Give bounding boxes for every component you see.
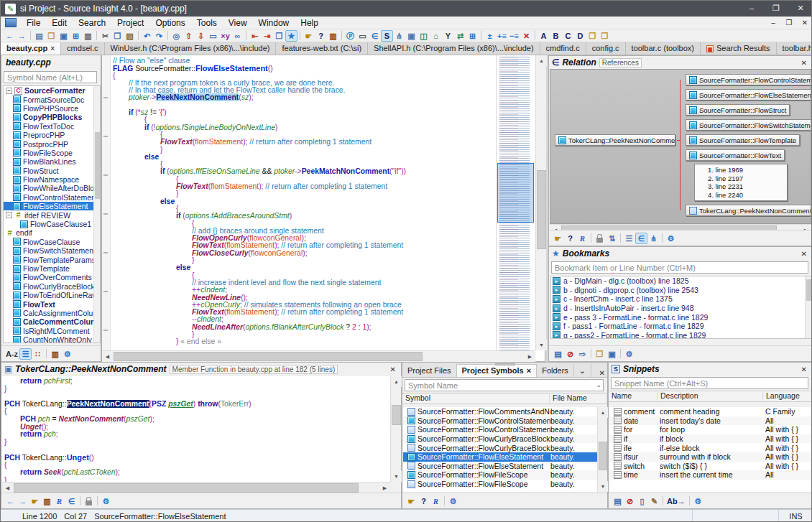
project-symbol-row[interactable]: SourceFormatter::FlowControlStatementbea… bbox=[403, 425, 597, 434]
expand-lines-icon[interactable]: +≡ bbox=[496, 30, 508, 42]
lookup-symbol-icon[interactable]: ◎ bbox=[170, 30, 183, 42]
search-files-icon[interactable]: ▭ bbox=[207, 30, 219, 42]
snippet-row[interactable]: ifeif-else blockAll with { } bbox=[609, 443, 812, 452]
menu-file[interactable]: File bbox=[21, 18, 46, 28]
group-by-type-icon[interactable]: ∷ bbox=[32, 348, 44, 360]
relation-node[interactable]: SourceFormatter::FlowSwitchStatement bbox=[686, 119, 811, 131]
symbol-list-scrollbar[interactable] bbox=[93, 86, 100, 342]
mdi-document-icon[interactable] bbox=[5, 18, 17, 27]
rename-snippet-icon[interactable]: Ab→ bbox=[665, 495, 687, 507]
mdi-restore-button[interactable]: ❐ bbox=[781, 19, 797, 27]
sort-alphabetic-icon[interactable]: A-z bbox=[4, 348, 19, 360]
style-b-icon[interactable]: B bbox=[550, 30, 562, 42]
project-symbol-row[interactable]: SourceFormatter::FlowFileScopebeauty. bbox=[403, 480, 597, 489]
symbol-item[interactable]: FlowToEndOfLineRaw bbox=[4, 291, 100, 299]
project-symbol-row[interactable]: SourceFormatter::FlowCurlyBraceBlockbeau… bbox=[403, 434, 597, 444]
symbol-item[interactable]: FlowTextToDoc bbox=[4, 122, 100, 131]
symbol-item[interactable]: PostprocPHP bbox=[4, 139, 100, 148]
context-help-icon[interactable]: ? bbox=[564, 233, 576, 244]
scroll-up-arrow[interactable]: ▲ bbox=[598, 407, 608, 418]
open-file-icon[interactable]: ❒ bbox=[45, 30, 57, 42]
add-remove-line-icon[interactable]: ± bbox=[484, 30, 496, 42]
symbol-item[interactable]: FlowControlStatement bbox=[4, 193, 100, 202]
settings-gear-icon[interactable]: ⚙ bbox=[623, 348, 635, 360]
help-hand-icon[interactable]: ☛ bbox=[303, 30, 315, 42]
relation-window-icon[interactable]: ∈ bbox=[65, 495, 78, 507]
copy-icon[interactable]: ❐ bbox=[111, 30, 124, 42]
file-tab-toolbar.c[interactable]: toolbar.c (toolbox) bbox=[626, 42, 701, 55]
snippet-row[interactable]: switchswitch ($i$) { }All with { } bbox=[609, 462, 812, 471]
jump-caller-icon[interactable]: ⇤ bbox=[249, 30, 261, 42]
style-a-icon[interactable]: A bbox=[538, 30, 550, 42]
bookmark-item[interactable]: ▸c - InsertChm - insert.c line 1375 bbox=[551, 294, 811, 304]
bookmark-list-scrollbar[interactable] bbox=[805, 276, 811, 338]
vertical-graph-view-icon[interactable]: ⋔ bbox=[647, 233, 660, 244]
forward-icon[interactable]: → bbox=[17, 495, 29, 507]
draft-view-icon[interactable]: ▭ bbox=[356, 30, 369, 42]
menu-project[interactable]: Project bbox=[111, 18, 149, 28]
open-bookmarks-icon[interactable]: ❒ bbox=[594, 348, 606, 360]
scroll-up-arrow[interactable]: ▲ bbox=[536, 55, 547, 66]
symbol-windows-icon[interactable]: Ⓟ bbox=[344, 30, 356, 42]
scroll-left-arrow[interactable]: ◀ bbox=[2, 483, 13, 493]
symbol-item[interactable]: FormatSourceDoc bbox=[4, 95, 100, 103]
settings-gear-icon[interactable]: ⚙ bbox=[100, 495, 112, 507]
symbol-item[interactable]: FlowWhileAfterDoBlock bbox=[4, 184, 100, 192]
symbol-item[interactable]: −#ifdef REVIEW bbox=[4, 210, 100, 219]
context-code[interactable]: return pchFirst;}PCH TokerCLang::PeekNex… bbox=[2, 376, 390, 482]
forward-icon[interactable]: → bbox=[16, 30, 28, 42]
project-symbol-row[interactable]: SourceFormatter::FlowFileScopebeauty. bbox=[403, 470, 597, 480]
symbol-item[interactable]: FlowElseStatement bbox=[4, 202, 100, 210]
undo-icon[interactable]: ↶ bbox=[141, 30, 153, 42]
editor-vertical-scrollbar[interactable]: ▲ ▼ bbox=[535, 55, 546, 350]
file-tab-beauty.cpp[interactable]: beauty.cpp× bbox=[1, 42, 61, 55]
tree-expander-icon[interactable]: − bbox=[6, 88, 12, 94]
refresh-icon[interactable]: ⇅ bbox=[606, 233, 618, 244]
panel-drag-handle[interactable] bbox=[495, 363, 515, 365]
reference-line-item[interactable]: 2. line 2197 bbox=[708, 174, 787, 183]
new-file-icon[interactable]: ▤ bbox=[33, 30, 45, 42]
bookmark-item[interactable]: ▸e - pass 3 - FormatLine - format.c line… bbox=[551, 312, 811, 322]
scroll-down-arrow[interactable]: ▼ bbox=[536, 340, 547, 350]
lock-icon[interactable] bbox=[594, 233, 606, 244]
style-c-icon[interactable]: C bbox=[562, 30, 574, 42]
reference-line-item[interactable]: 4. line 2240 bbox=[708, 191, 787, 200]
context-help-icon[interactable]: ? bbox=[315, 30, 327, 42]
project-vertical-scrollbar[interactable]: ▲ ▼ bbox=[597, 407, 607, 492]
symbol-item[interactable]: FlowFileScope bbox=[4, 149, 100, 157]
menu-edit[interactable]: Edit bbox=[46, 18, 73, 28]
project-symbol-row[interactable]: SourceFormatter::FlowCurlyBraceBlockbeau… bbox=[403, 443, 597, 452]
symbol-item[interactable]: FlowNamespace bbox=[4, 175, 100, 184]
relation-node[interactable]: SourceFormatter::FlowTemplate bbox=[686, 134, 800, 146]
symbol-item[interactable]: −CSourceFormatter bbox=[4, 86, 100, 95]
relation-root-node[interactable]: TokerCLang::PeekNextNonComment bbox=[555, 134, 675, 146]
documentation-icon[interactable]: ▥ bbox=[49, 348, 61, 360]
symbol-name-input[interactable] bbox=[4, 71, 97, 83]
goto-bookmark-icon[interactable]: ⇨ bbox=[576, 348, 589, 360]
snippet-row[interactable]: forfor loopAll with { } bbox=[609, 425, 812, 434]
close-icon[interactable]: ✕ bbox=[388, 365, 398, 373]
chevron-down-icon[interactable]: ⌄ bbox=[596, 381, 601, 388]
home-icon[interactable]: ⌂ bbox=[430, 30, 442, 42]
symbol-item[interactable]: CalcAssignmentColumn bbox=[4, 309, 100, 317]
reference-tool-icon[interactable]: R bbox=[53, 495, 65, 507]
scroll-down-arrow[interactable]: ▼ bbox=[598, 481, 608, 492]
activate-window-icon[interactable]: ❒ bbox=[273, 30, 285, 42]
symbol-item[interactable]: FlowOverComments bbox=[4, 273, 100, 281]
panel-tab-project-files[interactable]: Project Files bbox=[402, 364, 457, 377]
settings-gear-icon[interactable]: ⚙ bbox=[61, 348, 73, 360]
symbol-item[interactable]: FlowTemplateParams bbox=[4, 255, 100, 264]
panel-tab-project-symbols[interactable]: Project Symbols× bbox=[457, 364, 538, 377]
scroll-right-arrow[interactable]: ▶ bbox=[525, 351, 535, 362]
minimap-viewport[interactable] bbox=[497, 163, 534, 223]
menu-window[interactable]: Window bbox=[253, 18, 295, 28]
scroll-right-arrow[interactable]: ▶ bbox=[379, 483, 390, 493]
folder-add-icon[interactable]: ❒ bbox=[599, 30, 611, 42]
compare-icon[interactable]: ⇄ bbox=[454, 30, 466, 42]
back-icon[interactable]: ← bbox=[4, 495, 17, 507]
editor-pane[interactable]: // Flow an "else" clauseFLAG SourceForma… bbox=[101, 55, 545, 362]
panel-tab-folders[interactable]: Folders bbox=[537, 364, 574, 377]
context-window-icon[interactable]: ▣ bbox=[405, 30, 417, 42]
reference-up-icon[interactable]: ⇧ bbox=[183, 30, 195, 42]
collapse-lines-icon[interactable]: −≡ bbox=[508, 30, 520, 42]
